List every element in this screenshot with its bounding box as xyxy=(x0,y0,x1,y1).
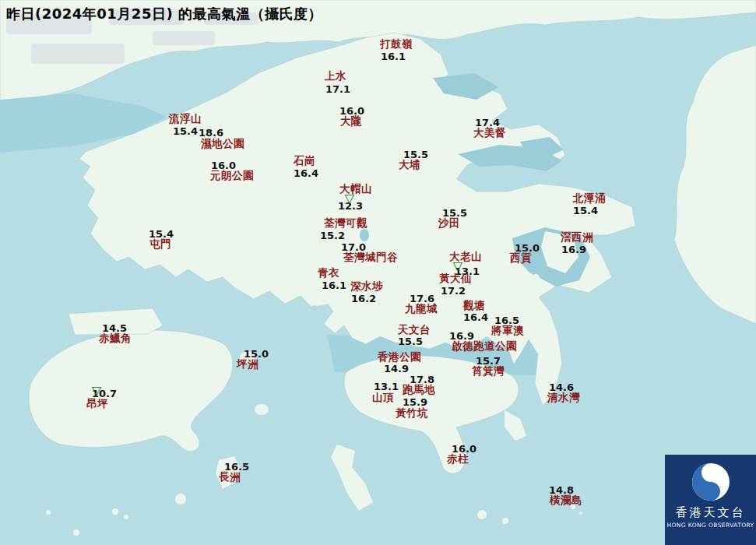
station-name: 橫瀾島 xyxy=(550,494,582,508)
station-temperature: 17.1 xyxy=(325,83,350,95)
station-name: 九龍城 xyxy=(405,302,438,316)
low-temp-marker-icon: ▽ xyxy=(345,192,354,205)
station-name: 北潭涌 xyxy=(573,192,606,206)
station-temperature: 16.9 xyxy=(561,244,586,255)
station-name: 滘西洲 xyxy=(561,230,593,244)
station-temperature: 18.6 xyxy=(199,127,223,139)
station-name: 黃竹坑 xyxy=(396,406,428,420)
station-temperature: 15.4 xyxy=(573,205,598,216)
stations-layer: 打鼓嶺16.1上水17.1大隴16.0流浮山15.4濕地公園18.6大美督17.… xyxy=(0,0,756,545)
station-temperature: 16.1 xyxy=(381,51,406,62)
station-name: 西貢 xyxy=(510,251,532,265)
station-temperature: 17.8 xyxy=(410,374,434,385)
station-temperature: 17.0 xyxy=(341,241,366,253)
station-name: 沙田 xyxy=(438,216,460,230)
station-temperature: 16.2 xyxy=(351,293,376,304)
station-temperature: 17.4 xyxy=(475,117,500,128)
station-temperature: 14.5 xyxy=(102,322,127,334)
station-name: 大埔 xyxy=(399,158,420,172)
hko-logo-icon xyxy=(691,462,730,501)
station-name: 流浮山 xyxy=(169,112,202,126)
station-temperature: 17.2 xyxy=(441,285,466,297)
station-temperature: 15.7 xyxy=(476,355,501,367)
station-temperature: 15.5 xyxy=(398,336,423,347)
station-temperature: 15.9 xyxy=(403,396,427,408)
station-name: 赤鱲角 xyxy=(99,332,132,346)
station-temperature: 16.5 xyxy=(494,315,519,326)
station-temperature: 16.4 xyxy=(463,311,488,323)
station-temperature: 16.0 xyxy=(211,160,236,171)
station-temperature: 16.9 xyxy=(449,330,474,342)
hko-logo-name-en: HONG KONG OBSERVATORY xyxy=(666,522,754,529)
station-temperature: 15.2 xyxy=(320,230,345,241)
station-name: 濕地公園 xyxy=(201,137,244,151)
station-temperature: 15.0 xyxy=(515,242,540,254)
station-name: 坪洲 xyxy=(237,357,258,371)
station-name: 啟德跑道公園 xyxy=(452,339,517,353)
station-name: 深水埗 xyxy=(350,280,383,294)
station-temperature: 17.6 xyxy=(410,293,434,304)
station-temperature: 16.0 xyxy=(452,443,476,455)
low-temp-marker-icon: ▽ xyxy=(92,385,101,397)
station-temperature: 15.5 xyxy=(442,207,467,219)
station-name: 筲箕灣 xyxy=(472,364,505,378)
station-temperature: 16.1 xyxy=(322,280,346,291)
station-name: 長洲 xyxy=(219,470,241,484)
station-temperature: 16.4 xyxy=(294,167,318,179)
station-name: 赤柱 xyxy=(447,452,469,466)
station-temperature: 15.0 xyxy=(244,348,269,360)
station-name: 跑馬地 xyxy=(403,383,435,397)
station-name: 清水灣 xyxy=(547,391,580,405)
station-name: 大美督 xyxy=(473,126,506,140)
station-temperature: 14.8 xyxy=(549,484,574,496)
map-title: 昨日(2024年01月25日) 的最高氣溫（攝氏度） xyxy=(6,5,322,23)
station-name: 上水 xyxy=(325,69,346,83)
station-temperature: 15.5 xyxy=(403,149,428,160)
hko-logo-name-zh: 香港天文台 xyxy=(676,505,746,520)
station-temperature: 15.4 xyxy=(149,228,174,240)
station-name: 大隴 xyxy=(340,114,362,128)
station-name: 山頂 xyxy=(372,391,394,405)
station-name: 青衣 xyxy=(318,266,339,280)
station-name: 石崗 xyxy=(294,154,315,168)
station-temperature: 14.6 xyxy=(549,382,574,393)
station-name: 將軍澳 xyxy=(491,324,524,338)
station-name: 昂坪 xyxy=(86,397,108,411)
station-name: 打鼓嶺 xyxy=(380,37,413,51)
hko-logo: 香港天文台 HONG KONG OBSERVATORY xyxy=(665,455,756,545)
station-name: 荃灣可觀 xyxy=(324,216,367,230)
low-temp-marker-icon: ▽ xyxy=(453,260,462,272)
station-temperature: 14.9 xyxy=(384,363,409,374)
station-name: 屯門 xyxy=(149,237,171,251)
station-name: 元朗公園 xyxy=(210,169,254,183)
station-temperature: 16.0 xyxy=(339,105,364,117)
station-temperature: 15.4 xyxy=(173,125,198,137)
station-temperature: 13.1 xyxy=(374,381,399,392)
station-name: 黃大仙 xyxy=(439,272,472,286)
station-name: 荃灣城門谷 xyxy=(343,251,398,265)
station-temperature: 16.5 xyxy=(224,461,249,473)
